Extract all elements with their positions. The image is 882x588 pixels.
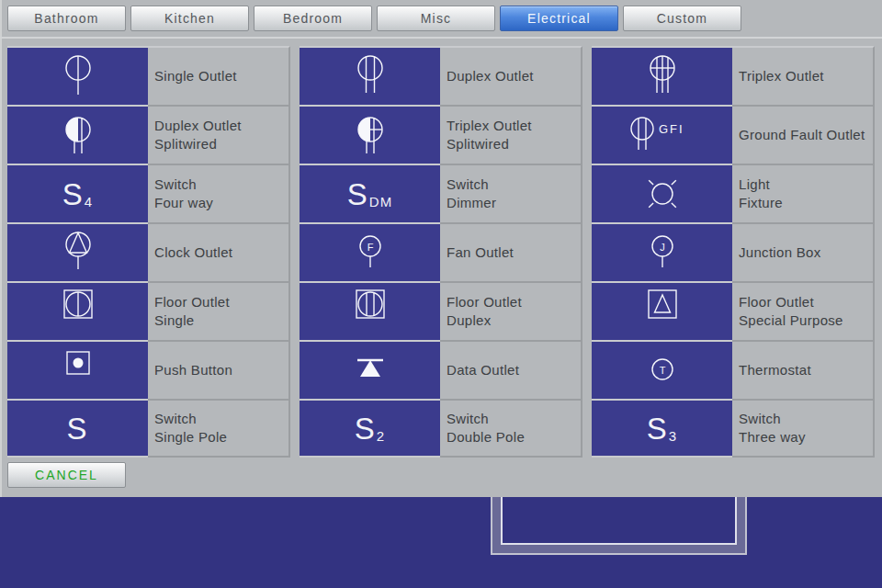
floor-outlet-single-icon	[7, 281, 148, 340]
symbol-cell-clock-outlet[interactable]: Clock Outlet	[7, 222, 290, 281]
cancel-button[interactable]: CANCEL	[7, 462, 126, 488]
app-screen: Bathroom Kitchen Bedroom Misc Electrical…	[0, 0, 882, 588]
tab-bathroom[interactable]: Bathroom	[7, 6, 126, 31]
symbol-column-2: Duplex Outlet Triplex Outlet Splitwired	[300, 46, 582, 458]
switch-dimmer-icon: SDM	[300, 164, 440, 222]
category-tab-bar: Bathroom Kitchen Bedroom Misc Electrical…	[0, 0, 882, 39]
floor-outlet-special-purpose-icon	[592, 281, 732, 340]
symbol-cell-duplex-outlet[interactable]: Duplex Outlet	[300, 46, 582, 105]
wall-interior	[503, 497, 735, 543]
switch-double-pole-icon: S2	[300, 399, 440, 458]
duplex-outlet-icon	[300, 46, 440, 105]
symbol-cell-single-outlet[interactable]: Single Outlet	[7, 46, 290, 105]
symbol-column-3: Triplex Outlet GFI Ground Fault Outlet	[592, 46, 875, 458]
symbol-cell-light-fixture[interactable]: Light Fixture	[592, 164, 875, 222]
symbol-label: Single Outlet	[148, 46, 290, 105]
ground-fault-outlet-icon: GFI	[592, 105, 732, 164]
symbol-label: Data Outlet	[440, 340, 582, 399]
symbol-cell-switch-dimmer[interactable]: SDM Switch Dimmer	[300, 164, 582, 222]
junction-box-icon: J	[592, 222, 732, 281]
floor-outlet-duplex-icon	[300, 281, 440, 340]
symbol-label: Floor Outlet Duplex	[440, 281, 582, 340]
single-outlet-icon	[7, 46, 148, 105]
floorplan-canvas	[0, 497, 882, 588]
symbol-column-1: Single Outlet Duplex Outlet Splitwired	[7, 46, 290, 458]
symbol-label: Switch Three way	[732, 399, 875, 458]
symbol-label: Triplex Outlet	[732, 46, 875, 105]
symbol-cell-duplex-outlet-splitwired[interactable]: Duplex Outlet Splitwired	[7, 105, 290, 164]
symbol-cell-ground-fault-outlet[interactable]: GFI Ground Fault Outlet	[592, 105, 875, 164]
symbol-label: Switch Double Pole	[440, 399, 582, 458]
symbol-label: Floor Outlet Special Purpose	[732, 281, 875, 340]
symbol-label: Duplex Outlet Splitwired	[148, 105, 290, 164]
svg-text:J: J	[660, 242, 665, 253]
symbol-label: Clock Outlet	[148, 222, 290, 281]
symbol-cell-fan-outlet[interactable]: F Fan Outlet	[300, 222, 582, 281]
symbol-label: Switch Four way	[148, 164, 290, 222]
symbol-cell-junction-box[interactable]: J Junction Box	[592, 222, 875, 281]
switch-single-pole-icon: S	[7, 399, 148, 458]
symbol-cell-floor-outlet-duplex[interactable]: Floor Outlet Duplex	[300, 281, 582, 340]
symbol-palette-panel: Bathroom Kitchen Bedroom Misc Electrical…	[0, 0, 882, 497]
symbol-label: Floor Outlet Single	[148, 281, 290, 340]
symbol-cell-switch-double-pole[interactable]: S2 Switch Double Pole	[300, 399, 582, 458]
symbol-label: Thermostat	[732, 340, 875, 399]
switch-four-way-icon: S4	[7, 164, 148, 222]
thermostat-icon: T	[592, 340, 732, 399]
fan-outlet-icon: F	[300, 222, 440, 281]
symbol-label: Triplex Outlet Splitwired	[440, 105, 582, 164]
symbol-cell-floor-outlet-special-purpose[interactable]: Floor Outlet Special Purpose	[592, 281, 875, 340]
symbol-label: Duplex Outlet	[440, 46, 582, 105]
tab-custom[interactable]: Custom	[623, 6, 741, 31]
symbol-label: Junction Box	[732, 222, 875, 281]
push-button-icon	[7, 340, 148, 399]
symbol-label: Push Button	[148, 340, 290, 399]
symbol-cell-thermostat[interactable]: T Thermostat	[592, 340, 875, 399]
svg-text:F: F	[367, 242, 373, 253]
tab-bedroom[interactable]: Bedroom	[254, 6, 372, 31]
symbol-cell-triplex-outlet-splitwired[interactable]: Triplex Outlet Splitwired	[300, 105, 582, 164]
symbol-cell-floor-outlet-single[interactable]: Floor Outlet Single	[7, 281, 290, 340]
svg-text:GFI: GFI	[659, 122, 684, 136]
symbol-cell-triplex-outlet[interactable]: Triplex Outlet	[592, 46, 875, 105]
svg-text:T: T	[659, 365, 665, 376]
symbol-cell-switch-four-way[interactable]: S4 Switch Four way	[7, 164, 290, 222]
data-outlet-icon	[300, 340, 440, 399]
symbol-cell-data-outlet[interactable]: Data Outlet	[300, 340, 582, 399]
symbol-cell-switch-three-way[interactable]: S3 Switch Three way	[592, 399, 875, 458]
symbol-label: Light Fixture	[732, 164, 875, 222]
symbol-label: Fan Outlet	[440, 222, 582, 281]
duplex-outlet-splitwired-icon	[7, 105, 148, 164]
triplex-outlet-icon	[592, 46, 732, 105]
symbol-label: Switch Dimmer	[440, 164, 582, 222]
tab-electrical[interactable]: Electrical	[500, 6, 618, 31]
tab-misc[interactable]: Misc	[377, 6, 495, 31]
tab-kitchen[interactable]: Kitchen	[130, 6, 249, 31]
triplex-outlet-splitwired-icon	[300, 105, 440, 164]
symbol-cell-switch-single-pole[interactable]: S Switch Single Pole	[7, 399, 290, 458]
symbol-label: Ground Fault Outlet	[732, 105, 875, 164]
symbol-label: Switch Single Pole	[148, 399, 290, 458]
light-fixture-icon	[592, 164, 732, 222]
floorplan-wall-outline	[491, 497, 747, 555]
clock-outlet-icon	[7, 222, 148, 281]
symbol-cell-push-button[interactable]: Push Button	[7, 340, 290, 399]
symbol-grid: Single Outlet Duplex Outlet Splitwired	[7, 46, 875, 458]
switch-three-way-icon: S3	[592, 399, 732, 458]
